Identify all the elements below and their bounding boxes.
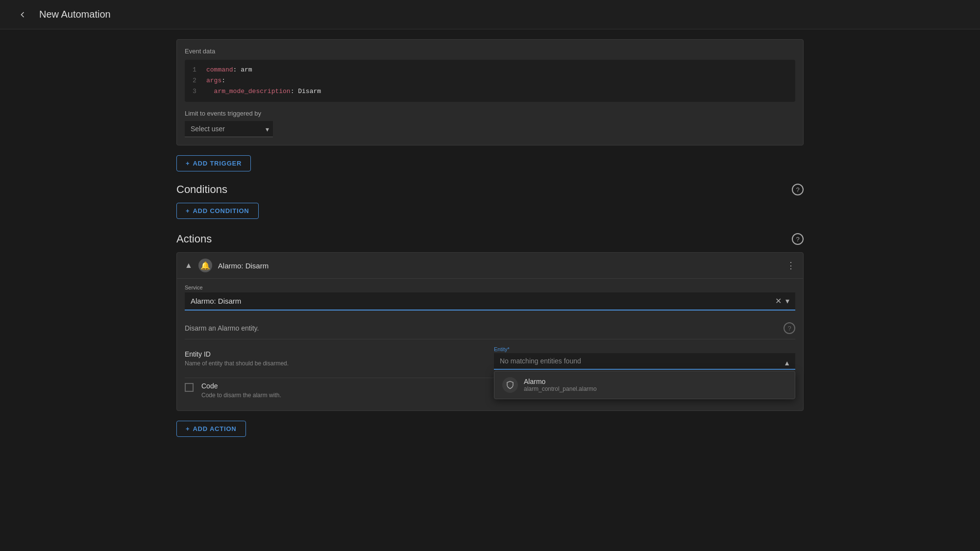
main-content: Event data 1 command: arm 2 args: 3 arm_… (0, 29, 980, 551)
entity-input-container: No matching entities found ▲ (494, 353, 795, 370)
event-data-card: Event data 1 command: arm 2 args: 3 arm_… (176, 39, 804, 145)
entity-dropdown: Alarmo alarm_control_panel.alarmo (494, 371, 795, 399)
service-input-wrapper: Alarmo: Disarm ✕ ▾ (185, 292, 795, 311)
page-header: New Automation (0, 0, 980, 29)
disarm-description-text: Disarm an Alarmo entity. (185, 324, 259, 332)
back-button[interactable] (14, 6, 31, 24)
conditions-title: Conditions (176, 183, 227, 196)
limit-label: Limit to events triggered by (185, 110, 795, 117)
entity-item-id: alarm_control_panel.alarmo (524, 385, 597, 392)
action-body: Service Alarmo: Disarm ✕ ▾ Disarm an Ala… (177, 278, 803, 410)
code-line-2: 2 args: (193, 75, 787, 86)
add-trigger-plus: + (186, 160, 190, 167)
code-content-2: args: (206, 75, 225, 86)
add-action-plus: + (186, 425, 190, 432)
select-user-dropdown[interactable]: Select user (185, 121, 273, 137)
actions-help-icon[interactable]: ? (792, 233, 804, 245)
action-card: ▲ 🔔 Alarmo: Disarm ⋮ Service Alarmo: Dis… (176, 252, 804, 411)
service-field: Service Alarmo: Disarm ✕ ▾ (185, 285, 795, 311)
entity-field-wrapper: Entity* No matching entities found ▲ (494, 346, 795, 370)
code-checkbox[interactable] (185, 383, 194, 392)
action-menu-icon[interactable]: ⋮ (786, 260, 795, 271)
service-dropdown-icon[interactable]: ▾ (785, 296, 789, 306)
entity-input-box[interactable]: No matching entities found (494, 353, 795, 370)
event-data-label: Event data (185, 48, 795, 55)
entity-field-label: Entity* (494, 346, 795, 352)
code-content-3: arm_mode_description: Disarm (206, 86, 321, 97)
entity-item-name: Alarmo (524, 378, 597, 385)
add-condition-label: ADD CONDITION (193, 207, 249, 215)
entity-item-details: Alarmo alarm_control_panel.alarmo (524, 378, 597, 392)
entity-chevron-up-icon[interactable]: ▲ (784, 359, 790, 367)
actions-section-header: Actions ? (176, 233, 804, 245)
add-condition-button[interactable]: + ADD CONDITION (176, 203, 259, 219)
actions-title: Actions (176, 233, 212, 245)
add-condition-plus: + (186, 207, 190, 215)
entity-dropdown-item-alarmo[interactable]: Alarmo alarm_control_panel.alarmo (494, 371, 795, 399)
add-action-label: ADD ACTION (193, 425, 236, 432)
entity-id-title: Entity ID (185, 350, 486, 358)
entity-id-desc: Entity ID Name of entity that should be … (185, 346, 486, 371)
action-card-header: ▲ 🔔 Alarmo: Disarm ⋮ (177, 253, 803, 278)
code-line-1: 1 command: arm (193, 65, 787, 75)
service-value: Alarmo: Disarm (191, 297, 775, 305)
add-trigger-label: ADD TRIGGER (193, 160, 242, 167)
code-block: 1 command: arm 2 args: 3 arm_mode_descri… (185, 60, 795, 102)
line-num-3: 3 (193, 86, 198, 97)
line-num-2: 2 (193, 75, 198, 86)
code-line-3: 3 arm_mode_description: Disarm (193, 86, 787, 97)
entity-item-icon (502, 377, 518, 393)
service-clear-icon[interactable]: ✕ (775, 296, 782, 306)
action-collapse-icon[interactable]: ▲ (185, 261, 193, 270)
actions-section: Actions ? ▲ 🔔 Alarmo: Disarm ⋮ Service A… (176, 233, 804, 411)
service-label: Service (185, 285, 795, 290)
add-action-button[interactable]: + ADD ACTION (176, 421, 246, 437)
action-icon: 🔔 (198, 259, 212, 272)
line-num-1: 1 (193, 65, 198, 75)
entity-row: Entity ID Name of entity that should be … (185, 346, 795, 371)
entity-placeholder-text: No matching entities found (500, 357, 581, 365)
entity-id-subtitle: Name of entity that should be disarmed. (185, 360, 486, 367)
page-title: New Automation (39, 9, 111, 20)
disarm-help-icon[interactable]: ? (784, 322, 795, 334)
code-content-1: command: arm (206, 65, 252, 75)
conditions-section-header: Conditions ? (176, 183, 804, 196)
conditions-help-icon[interactable]: ? (792, 184, 804, 195)
service-actions: ✕ ▾ (775, 296, 789, 306)
disarm-description: Disarm an Alarmo entity. ? (185, 317, 795, 339)
action-title: Alarmo: Disarm (218, 262, 781, 270)
select-user-wrapper: Select user ▾ (185, 121, 273, 137)
add-trigger-button[interactable]: + ADD TRIGGER (176, 155, 251, 171)
